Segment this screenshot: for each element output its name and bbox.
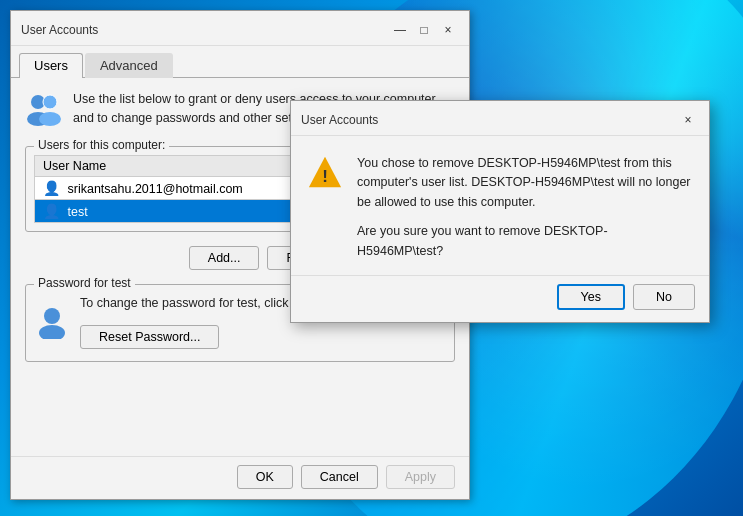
dialog-buttons: Yes No [291, 275, 709, 322]
dialog-message: You chose to remove DESKTOP-H5946MP\test… [357, 154, 693, 261]
user-accounts-dialog: User Accounts × ! You chose to remove DE… [290, 100, 710, 323]
dialog-body: ! You chose to remove DESKTOP-H5946MP\te… [291, 136, 709, 275]
dialog-title: User Accounts [301, 113, 378, 127]
dialog-close-button[interactable]: × [677, 109, 699, 131]
dialog-message-line1: You chose to remove DESKTOP-H5946MP\test… [357, 154, 693, 212]
dialog-title-bar: User Accounts × [291, 101, 709, 136]
yes-button[interactable]: Yes [557, 284, 625, 310]
no-button[interactable]: No [633, 284, 695, 310]
svg-text:!: ! [322, 167, 328, 186]
warning-icon: ! [307, 154, 343, 190]
dialog-overlay: User Accounts × ! You chose to remove DE… [0, 0, 743, 516]
dialog-message-line2: Are you sure you want to remove DESKTOP-… [357, 222, 693, 261]
